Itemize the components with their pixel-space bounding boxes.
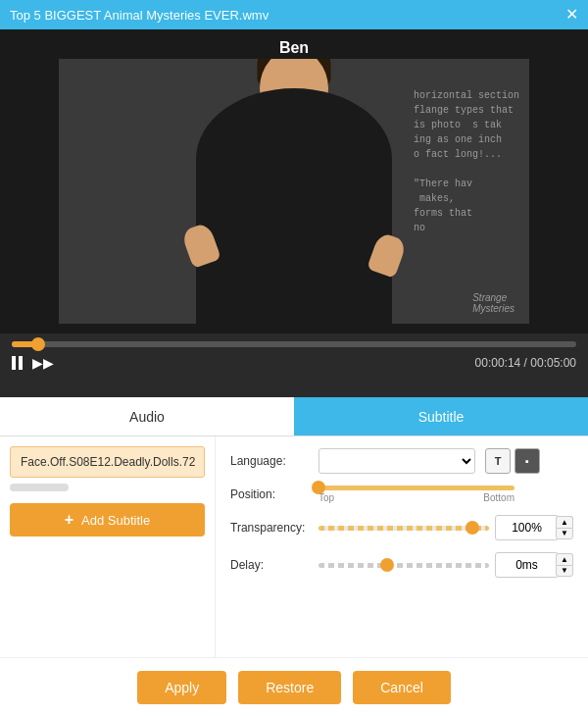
language-control: T ▪ [318,448,573,474]
tab-bar: Audio Subtitle [0,397,588,436]
seek-fill [12,341,38,347]
transparency-thumb[interactable] [466,521,479,535]
playback-controls: ▶▶ [12,355,54,371]
apply-button[interactable]: Apply [137,671,226,704]
language-row: Language: T ▪ [230,448,573,474]
transparency-down[interactable]: ▼ [556,528,573,539]
text-format-button[interactable]: T [485,448,511,474]
position-slider-wrap: Top Bottom [318,486,514,503]
cancel-button[interactable]: Cancel [353,671,451,704]
delay-value-group: ▲ ▼ [495,552,573,578]
close-button[interactable]: ✕ [565,7,578,23]
bottom-bar: Apply Restore Cancel [0,657,588,716]
delay-down[interactable]: ▼ [556,565,573,577]
window-title: Top 5 BIGGEST Animal Mysteries EVER.wmv [10,8,269,23]
delay-slider-wrap [318,563,489,568]
pause-icon [12,356,23,370]
video-overlay-title: Ben [0,39,588,57]
delay-track[interactable] [318,563,489,568]
title-bar: Top 5 BIGGEST Animal Mysteries EVER.wmv … [0,0,588,29]
video-brand: StrangeMysteries [472,292,514,314]
time-display: 00:00:14 / 00:05:00 [475,356,576,370]
audio-panel: Face.Off.S08E12.Deadly.Dolls.72 + Add Su… [0,436,216,657]
transparency-track[interactable] [318,526,489,531]
forward-button[interactable]: ▶▶ [32,355,54,371]
delay-spinner: ▲ ▼ [556,553,573,577]
transparency-label: Transparency: [230,521,318,535]
video-player: Ben horizontal section flange types that… [0,29,588,333]
position-label: Position: [230,487,318,501]
video-thumbnail: horizontal section flange types that is … [0,29,588,333]
video-frame: horizontal section flange types that is … [59,59,529,324]
bg-format-button[interactable]: ▪ [514,448,540,474]
pause-button[interactable] [12,356,23,370]
seek-bar[interactable] [12,341,576,347]
transparency-row: Transparency: ▲ ▼ [230,515,573,540]
delay-value-input[interactable] [495,552,559,578]
transparency-spinner: ▲ ▼ [556,516,573,539]
subtitle-panel: Language: T ▪ Position: [216,436,588,657]
transparency-value-group: ▲ ▼ [495,515,573,540]
plus-icon: + [65,512,74,528]
total-time: 00:05:00 [530,356,576,370]
position-row: Position: Top Bottom [230,486,573,503]
position-labels: Top Bottom [318,492,514,503]
delay-row: Delay: ▲ ▼ [230,552,573,578]
video-text-overlay: horizontal section flange types that is … [414,88,519,235]
person-body [196,88,392,324]
position-thumb[interactable] [312,481,325,494]
controls-row: ▶▶ 00:00:14 / 00:05:00 [12,355,576,371]
lang-format-buttons: T ▪ [485,448,540,474]
transparency-slider-wrap [318,526,489,531]
delay-label: Delay: [230,558,318,572]
delay-thumb[interactable] [380,558,394,572]
position-right-label: Bottom [483,492,514,503]
delay-control: ▲ ▼ [318,552,573,578]
forward-icon: ▶▶ [32,355,54,371]
controls-bar: ▶▶ 00:00:14 / 00:05:00 [0,333,588,397]
audio-item[interactable]: Face.Off.S08E12.Deadly.Dolls.72 [10,446,205,478]
position-left-label: Top [318,492,334,503]
current-time: 00:00:14 [475,356,521,370]
add-subtitle-button[interactable]: + Add Subtitle [10,503,205,537]
tab-audio[interactable]: Audio [0,397,294,435]
transparency-value-input[interactable] [495,515,559,540]
restore-button[interactable]: Restore [238,671,341,704]
transparency-control: ▲ ▼ [318,515,573,540]
audio-scrollbar[interactable] [10,484,69,491]
seek-thumb[interactable] [31,337,45,351]
position-track[interactable] [318,486,514,490]
transparency-up[interactable]: ▲ [556,516,573,528]
position-control: Top Bottom [318,486,573,503]
main-content: Face.Off.S08E12.Deadly.Dolls.72 + Add Su… [0,436,588,657]
language-label: Language: [230,454,318,468]
language-select[interactable] [318,448,475,474]
delay-up[interactable]: ▲ [556,553,573,565]
tab-subtitle[interactable]: Subtitle [294,397,588,435]
